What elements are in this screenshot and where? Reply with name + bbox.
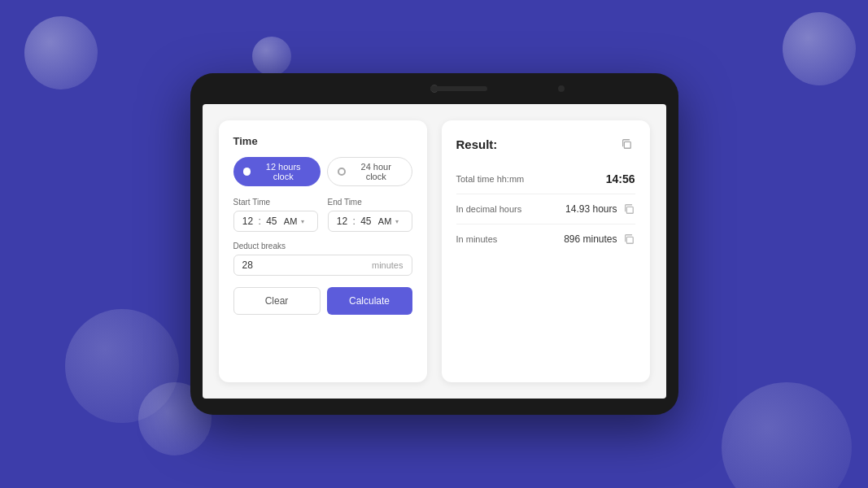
bg-circle-3 <box>783 12 856 85</box>
minutes-value-group: 896 minutes <box>564 233 635 246</box>
12-hour-clock-label: 12 hours clock <box>255 162 311 181</box>
result-row-decimal-hours: In decimal hours 14.93 hours <box>456 194 635 224</box>
bg-circle-2 <box>252 37 291 76</box>
time-section-title: Time <box>233 135 412 147</box>
end-time-group: End Time 12 : 45 AM ▾ <box>328 198 412 232</box>
24-hour-clock-label: 24 hour clock <box>351 162 402 181</box>
deduct-value: 28 <box>242 259 253 271</box>
24-hour-radio-dot <box>338 168 346 176</box>
copy-minutes-button[interactable] <box>622 233 635 246</box>
end-time-separator: : <box>353 216 355 227</box>
decimal-hours-label: In decimal hours <box>456 204 522 214</box>
svg-rect-1 <box>626 207 633 213</box>
copy-all-button[interactable] <box>617 135 635 153</box>
tablet-front-camera-right <box>558 85 565 92</box>
result-title: Result: <box>456 137 498 151</box>
total-time-value: 14:56 <box>606 172 635 185</box>
24-hour-clock-button[interactable]: 24 hour clock <box>327 157 412 186</box>
copy-all-icon <box>621 138 632 150</box>
12-hour-clock-button[interactable]: 12 hours clock <box>233 157 321 186</box>
12-hour-radio-dot <box>243 168 251 176</box>
end-time-period[interactable]: AM <box>378 216 392 226</box>
tablet-screen: Time 12 hours clock 24 hour clock Start … <box>203 104 666 399</box>
end-time-hours: 12 <box>335 216 350 227</box>
tablet-frame: Time 12 hours clock 24 hour clock Start … <box>190 73 678 415</box>
copy-decimal-icon <box>623 203 635 215</box>
end-time-dropdown-arrow: ▾ <box>395 218 399 225</box>
bg-circle-6 <box>722 382 852 488</box>
copy-decimal-hours-button[interactable] <box>622 203 635 216</box>
tablet-speaker <box>430 86 487 91</box>
bg-circle-1 <box>24 16 98 89</box>
end-time-minutes: 45 <box>359 216 373 227</box>
minutes-value: 896 minutes <box>564 233 617 245</box>
result-row-total-time: Total time hh:mm 14:56 <box>456 164 635 194</box>
deduct-breaks-label: Deduct breaks <box>233 242 412 251</box>
start-time-period[interactable]: AM <box>284 216 298 226</box>
tablet-top-bar <box>190 73 678 104</box>
end-time-label: End Time <box>328 198 412 207</box>
deduct-breaks-input[interactable]: 28 minutes <box>233 255 412 276</box>
right-panel: Result: Total time hh:mm 14:56 In decima… <box>442 120 650 382</box>
end-time-input[interactable]: 12 : 45 AM ▾ <box>328 211 412 232</box>
copy-minutes-icon <box>623 233 635 245</box>
start-time-input[interactable]: 12 : 45 AM ▾ <box>233 211 318 232</box>
clock-toggle-group: 12 hours clock 24 hour clock <box>233 157 412 186</box>
clear-button[interactable]: Clear <box>233 287 321 315</box>
deduct-unit: minutes <box>372 260 403 270</box>
total-time-label: Total time hh:mm <box>456 174 525 184</box>
svg-rect-0 <box>624 142 630 148</box>
start-time-separator: : <box>259 216 261 227</box>
start-time-minutes: 45 <box>264 216 279 227</box>
minutes-label: In minutes <box>456 234 498 244</box>
decimal-hours-value: 14.93 hours <box>565 203 617 215</box>
start-time-dropdown-arrow: ▾ <box>301 218 304 225</box>
result-row-minutes: In minutes 896 minutes <box>456 224 635 254</box>
result-header: Result: <box>456 135 635 153</box>
start-time-label: Start Time <box>233 198 318 207</box>
calculate-button[interactable]: Calculate <box>327 287 412 315</box>
action-buttons: Clear Calculate <box>233 287 412 315</box>
left-panel: Time 12 hours clock 24 hour clock Start … <box>219 120 427 382</box>
svg-rect-2 <box>626 237 633 243</box>
decimal-hours-value-group: 14.93 hours <box>565 203 635 216</box>
start-time-group: Start Time 12 : 45 AM ▾ <box>233 198 318 232</box>
start-time-hours: 12 <box>241 216 255 227</box>
time-fields-row: Start Time 12 : 45 AM ▾ End Time 12 : 45 <box>233 198 412 232</box>
